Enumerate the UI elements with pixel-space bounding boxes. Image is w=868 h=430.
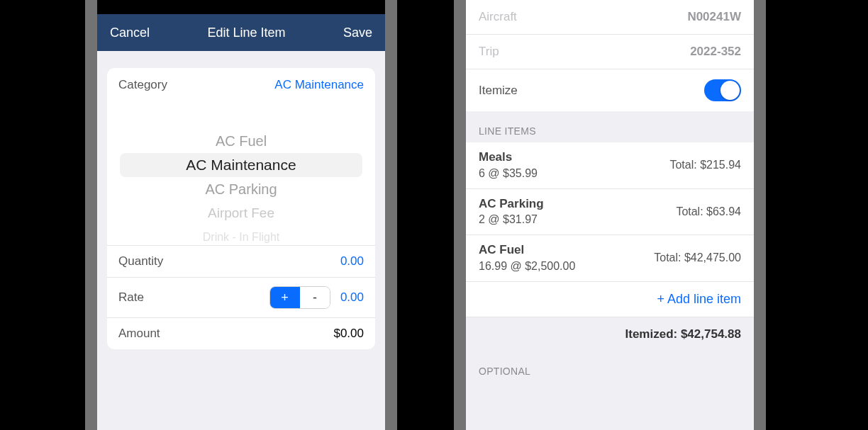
phone-right: Aircraft N00241W Trip 2022-352 Itemize L… bbox=[454, 0, 766, 430]
line-item-sub: 16.99 @ $2,500.00 bbox=[479, 259, 575, 274]
line-item-name: AC Parking bbox=[479, 196, 544, 213]
quantity-row[interactable]: Quantity 0.00 bbox=[107, 245, 375, 277]
add-line-item-button[interactable]: + Add line item bbox=[466, 282, 754, 317]
picker-item[interactable]: AC Parking bbox=[107, 177, 375, 201]
aircraft-label: Aircraft bbox=[479, 10, 517, 24]
amount-row: Amount $0.00 bbox=[107, 317, 375, 349]
aircraft-value: N00241W bbox=[687, 10, 741, 24]
category-value: AC Maintenance bbox=[274, 78, 364, 92]
cancel-button[interactable]: Cancel bbox=[110, 26, 150, 40]
trip-row[interactable]: Trip 2022-352 bbox=[466, 35, 754, 69]
optional-header: OPTIONAL bbox=[466, 351, 754, 383]
info-block: Aircraft N00241W Trip 2022-352 Itemize bbox=[466, 0, 754, 111]
category-picker[interactable]: AC Fuel AC Maintenance AC Parking Airpor… bbox=[107, 103, 375, 245]
itemize-label: Itemize bbox=[479, 84, 518, 98]
trip-value: 2022-352 bbox=[690, 45, 741, 59]
save-button[interactable]: Save bbox=[343, 26, 372, 40]
quantity-value[interactable]: 0.00 bbox=[340, 254, 364, 268]
status-notch bbox=[97, 0, 385, 14]
picker-item[interactable] bbox=[107, 103, 375, 129]
rate-value[interactable]: 0.00 bbox=[340, 290, 364, 305]
picker-item[interactable]: AC Fuel bbox=[107, 129, 375, 153]
picker-item[interactable]: Airport Fee bbox=[107, 201, 375, 225]
rate-row[interactable]: Rate + - 0.00 bbox=[107, 277, 375, 317]
navbar: Cancel Edit Line Item Save bbox=[97, 14, 385, 51]
itemize-row[interactable]: Itemize bbox=[466, 69, 754, 111]
line-item[interactable]: AC Parking 2 @ $31.97 Total: $63.94 bbox=[466, 189, 754, 236]
stepper-plus-button[interactable]: + bbox=[270, 287, 300, 308]
category-label: Category bbox=[118, 78, 167, 92]
line-item-name: Meals bbox=[479, 149, 538, 166]
trip-label: Trip bbox=[479, 45, 499, 59]
line-item-sub: 6 @ $35.99 bbox=[479, 166, 538, 181]
screen-left: Cancel Edit Line Item Save Category AC M… bbox=[97, 0, 385, 430]
line-item-total: Total: $215.94 bbox=[669, 159, 741, 171]
edit-card: Category AC Maintenance AC Fuel AC Maint… bbox=[107, 68, 375, 349]
line-items-header: LINE ITEMS bbox=[466, 111, 754, 142]
navbar-title: Edit Line Item bbox=[207, 26, 285, 40]
quantity-label: Quantity bbox=[118, 254, 163, 268]
phone-left: Cancel Edit Line Item Save Category AC M… bbox=[85, 0, 397, 430]
line-item[interactable]: AC Fuel 16.99 @ $2,500.00 Total: $42,475… bbox=[466, 235, 754, 282]
line-item-sub: 2 @ $31.97 bbox=[479, 212, 544, 227]
category-row[interactable]: Category AC Maintenance bbox=[107, 68, 375, 96]
amount-label: Amount bbox=[118, 327, 160, 341]
itemize-toggle[interactable] bbox=[704, 79, 741, 101]
picker-item-selected[interactable]: AC Maintenance bbox=[120, 153, 362, 177]
itemized-total: Itemized: $42,754.88 bbox=[466, 317, 754, 351]
rate-stepper: + - bbox=[269, 286, 330, 309]
line-item[interactable]: Meals 6 @ $35.99 Total: $215.94 bbox=[466, 142, 754, 189]
line-item-name: AC Fuel bbox=[479, 242, 575, 259]
screen-right: Aircraft N00241W Trip 2022-352 Itemize L… bbox=[466, 0, 754, 430]
stepper-minus-button[interactable]: - bbox=[300, 287, 330, 308]
picker-item[interactable]: Drink - In Flight bbox=[107, 225, 375, 245]
line-item-total: Total: $42,475.00 bbox=[654, 251, 741, 264]
rate-label: Rate bbox=[118, 290, 144, 305]
toggle-knob bbox=[720, 81, 740, 100]
aircraft-row[interactable]: Aircraft N00241W bbox=[466, 0, 754, 35]
line-item-total: Total: $63.94 bbox=[676, 205, 741, 218]
amount-value: $0.00 bbox=[333, 327, 364, 341]
